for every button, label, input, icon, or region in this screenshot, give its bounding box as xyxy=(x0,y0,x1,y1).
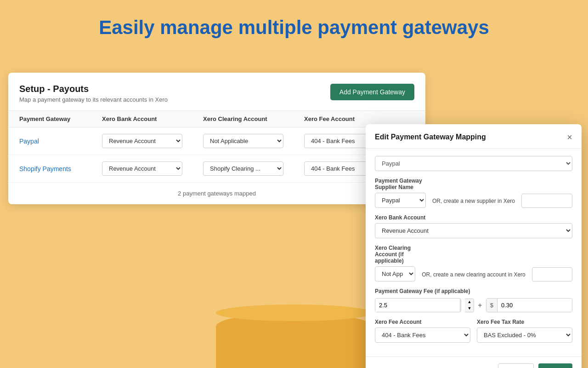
fee-tax-col: Xero Fee Tax Rate BAS Excluded - 0% xyxy=(477,319,572,343)
shopify-link[interactable]: Shopify Payments xyxy=(19,165,71,172)
hero-title: Easily manage multiple payment gateways xyxy=(0,0,588,39)
shopify-bank-select[interactable]: Revenue Account xyxy=(102,161,182,176)
col-header-bank: Xero Bank Account xyxy=(102,115,203,122)
decorative-platform xyxy=(216,313,372,368)
add-gateway-button[interactable]: Add Payment Gateway xyxy=(330,84,414,100)
card-header: Setup - Payouts Map a payment gateway to… xyxy=(8,84,425,110)
edit-gateway-modal: Edit Payment Gateway Mapping × Paypal Pa… xyxy=(366,124,582,368)
fee-account-select[interactable]: 404 - Bank Fees xyxy=(375,328,470,343)
supplier-name-col: Payment Gateway Supplier Name Paypal xyxy=(375,178,426,208)
clearing-account-cell: Not Applicable xyxy=(203,134,304,148)
fee-account-col: Xero Fee Account 404 - Bank Fees xyxy=(375,319,470,343)
col-header-clearing: Xero Clearing Account xyxy=(203,115,304,122)
or-clearing-text: OR, create a new clearing account in Xer… xyxy=(422,271,525,282)
modal-title: Edit Payment Gateway Mapping xyxy=(375,133,486,141)
fee-percent-up[interactable]: ▲ xyxy=(465,299,474,305)
bank-account-cell: Revenue Account xyxy=(102,134,203,148)
payment-count: 2 payment gateways mapped xyxy=(8,183,425,204)
fee-tax-label: Xero Fee Tax Rate xyxy=(477,319,572,325)
fee-account-row: Xero Fee Account 404 - Bank Fees Xero Fe… xyxy=(375,319,572,343)
supplier-name-select[interactable]: Paypal xyxy=(375,193,426,208)
payments-table: Payment Gateway Xero Bank Account Xero C… xyxy=(8,110,425,204)
paypal-link[interactable]: Paypal xyxy=(19,138,39,145)
clearing-create-input[interactable] xyxy=(532,267,572,282)
card-subtitle: Map a payment gateway to its relevant ac… xyxy=(19,96,168,103)
modal-body: Paypal Payment Gateway Supplier Name Pay… xyxy=(366,149,582,356)
gateway-cell: Shopify Payments xyxy=(19,165,102,173)
clearing-account-select[interactable]: Not Applicable xyxy=(375,266,415,282)
modal-close-button[interactable]: × xyxy=(567,132,572,142)
clearing-account-label: Xero Clearing Account (if applicable) xyxy=(375,245,415,264)
paypal-bank-select[interactable]: Revenue Account xyxy=(102,134,182,148)
fee-plus-symbol: + xyxy=(478,301,482,310)
modal-footer: Cancel Save xyxy=(366,356,582,368)
table-row: Shopify Payments Revenue Account Shopify… xyxy=(8,155,425,183)
gateway-select[interactable]: Paypal xyxy=(375,156,572,171)
paypal-clearing-select[interactable]: Not Applicable xyxy=(203,134,283,148)
table-header: Payment Gateway Xero Bank Account Xero C… xyxy=(8,110,425,127)
fee-percent-down[interactable]: ▼ xyxy=(465,305,474,312)
fee-percent-unit: % xyxy=(460,299,461,312)
bank-account-cell: Revenue Account xyxy=(102,161,203,176)
fee-dollar-input[interactable] xyxy=(498,299,572,312)
bank-account-label: Xero Bank Account xyxy=(375,214,572,221)
save-button[interactable]: Save xyxy=(538,363,572,368)
fee-section-label: Payment Gateway Fee (if applicable) xyxy=(375,288,572,294)
shopify-clearing-select[interactable]: Shopify Clearing ... xyxy=(203,161,283,176)
fee-tax-select[interactable]: BAS Excluded - 0% xyxy=(477,328,572,343)
fee-account-label: Xero Fee Account xyxy=(375,319,470,325)
card-header-text: Setup - Payouts Map a payment gateway to… xyxy=(19,84,168,103)
gateway-cell: Paypal xyxy=(19,137,102,145)
supplier-name-row: Payment Gateway Supplier Name Paypal OR,… xyxy=(375,178,572,208)
fee-percent-input[interactable] xyxy=(375,299,460,312)
setup-card: Setup - Payouts Map a payment gateway to… xyxy=(8,73,425,204)
supplier-create-col xyxy=(521,185,572,208)
modal-header: Edit Payment Gateway Mapping × xyxy=(366,124,582,149)
fee-label-row: Payment Gateway Fee (if applicable) xyxy=(375,288,572,294)
clearing-account-col: Xero Clearing Account (if applicable) No… xyxy=(375,245,415,282)
or-supplier-text: OR, create a new supplier in Xero xyxy=(432,198,515,208)
fee-row: % ▲ ▼ + $ ▲ ▼ xyxy=(375,298,572,312)
bank-account-select[interactable]: Revenue Account xyxy=(375,223,572,238)
fee-percent-spinner: ▲ ▼ xyxy=(465,299,474,312)
clearing-create-col xyxy=(532,259,572,282)
table-row: Paypal Revenue Account Not Applicable 40… xyxy=(8,127,425,155)
supplier-create-label xyxy=(521,185,572,191)
clearing-account-cell: Shopify Clearing ... xyxy=(203,161,304,176)
cancel-button[interactable]: Cancel xyxy=(498,363,534,368)
card-title: Setup - Payouts xyxy=(19,84,168,94)
fee-dollar-wrap: $ ▲ ▼ xyxy=(486,298,572,312)
supplier-name-label: Payment Gateway Supplier Name xyxy=(375,178,426,190)
col-header-gateway: Payment Gateway xyxy=(19,115,102,122)
fee-percent-wrap: % xyxy=(375,298,461,312)
supplier-create-input[interactable] xyxy=(521,194,572,208)
fee-dollar-sign: $ xyxy=(486,299,498,312)
col-header-fee: Xero Fee Account xyxy=(304,115,405,122)
bank-account-section: Xero Bank Account Revenue Account xyxy=(375,214,572,238)
clearing-account-row: Xero Clearing Account (if applicable) No… xyxy=(375,245,572,282)
